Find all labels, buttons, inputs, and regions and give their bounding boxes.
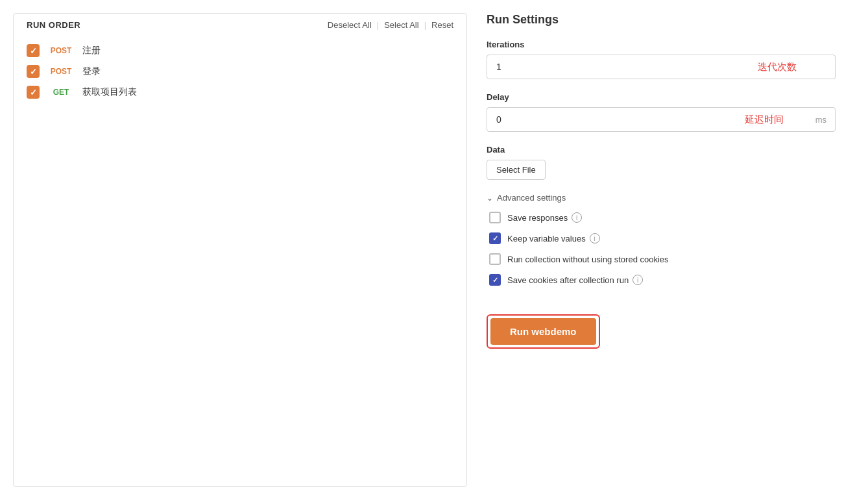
select-file-button[interactable]: Select File bbox=[487, 160, 546, 180]
iterations-input[interactable] bbox=[487, 55, 836, 79]
method-badge-2: POST bbox=[47, 67, 75, 76]
method-badge-1: POST bbox=[47, 46, 75, 55]
advanced-options: Save responses i Keep variable values i bbox=[487, 212, 836, 286]
save-responses-info-icon[interactable]: i bbox=[572, 212, 582, 223]
option-row-save-responses: Save responses i bbox=[489, 212, 836, 223]
delay-group: Delay 延迟时间 ms bbox=[487, 92, 836, 132]
order-list: POST 注册 POST 登录 GET 获取项目列表 bbox=[14, 38, 466, 105]
option-row-keep-variable: Keep variable values i bbox=[489, 232, 836, 244]
sep-1: | bbox=[377, 20, 379, 30]
advanced-label: Advanced settings bbox=[497, 193, 566, 203]
save-responses-label: Save responses i bbox=[507, 212, 582, 223]
save-cookies-info-icon[interactable]: i bbox=[633, 275, 643, 285]
run-webdemo-button[interactable]: Run webdemo bbox=[490, 318, 596, 345]
item-name-2: 登录 bbox=[82, 66, 101, 77]
list-item: POST 登录 bbox=[27, 65, 453, 78]
item-name-1: 注册 bbox=[82, 45, 101, 56]
data-group: Data Select File bbox=[487, 145, 836, 180]
reset-link[interactable]: Reset bbox=[431, 20, 453, 30]
list-item: GET 获取项目列表 bbox=[27, 86, 453, 99]
select-all-link[interactable]: Select All bbox=[384, 20, 418, 30]
advanced-header[interactable]: ⌄ Advanced settings bbox=[487, 193, 836, 203]
no-cookies-checkbox[interactable] bbox=[489, 253, 501, 265]
delay-suffix: ms bbox=[815, 115, 826, 125]
run-order-title: RUN ORDER bbox=[27, 20, 80, 30]
deselect-all-link[interactable]: Deselect All bbox=[328, 20, 372, 30]
run-order-panel: RUN ORDER Deselect All | Select All | Re… bbox=[13, 13, 467, 487]
method-badge-3: GET bbox=[47, 88, 75, 97]
option-row-save-cookies: Save cookies after collection run i bbox=[489, 274, 836, 286]
data-label: Data bbox=[487, 145, 836, 155]
advanced-section: ⌄ Advanced settings Save responses i Kee… bbox=[487, 193, 836, 286]
item-checkbox-3[interactable] bbox=[27, 86, 40, 99]
delay-input-wrapper: 延迟时间 ms bbox=[487, 107, 836, 132]
keep-variable-checkbox[interactable] bbox=[489, 232, 501, 244]
keep-variable-label: Keep variable values i bbox=[507, 233, 600, 244]
iterations-input-wrapper: 迭代次数 bbox=[487, 55, 836, 79]
option-row-no-cookies: Run collection without using stored cook… bbox=[489, 253, 836, 265]
item-name-3: 获取项目列表 bbox=[82, 86, 137, 98]
sep-2: | bbox=[424, 20, 426, 30]
chevron-down-icon: ⌄ bbox=[487, 194, 493, 203]
keep-variable-info-icon[interactable]: i bbox=[590, 233, 600, 244]
run-order-actions: Deselect All | Select All | Reset bbox=[328, 20, 453, 30]
run-order-header: RUN ORDER Deselect All | Select All | Re… bbox=[14, 20, 466, 38]
list-item: POST 注册 bbox=[27, 44, 453, 57]
delay-label: Delay bbox=[487, 92, 836, 102]
item-checkbox-1[interactable] bbox=[27, 44, 40, 57]
item-checkbox-2[interactable] bbox=[27, 65, 40, 78]
run-button-wrapper: Run webdemo bbox=[487, 314, 600, 349]
delay-input[interactable] bbox=[487, 107, 836, 132]
iterations-group: Iterations 迭代次数 bbox=[487, 40, 836, 79]
iterations-label: Iterations bbox=[487, 40, 836, 49]
save-cookies-checkbox[interactable] bbox=[489, 274, 501, 286]
run-settings-panel: Run Settings Iterations 迭代次数 Delay 延迟时间 … bbox=[467, 13, 855, 487]
save-cookies-label: Save cookies after collection run i bbox=[507, 275, 643, 285]
no-cookies-label: Run collection without using stored cook… bbox=[507, 255, 669, 264]
run-settings-title: Run Settings bbox=[487, 13, 836, 27]
save-responses-checkbox[interactable] bbox=[489, 212, 501, 223]
